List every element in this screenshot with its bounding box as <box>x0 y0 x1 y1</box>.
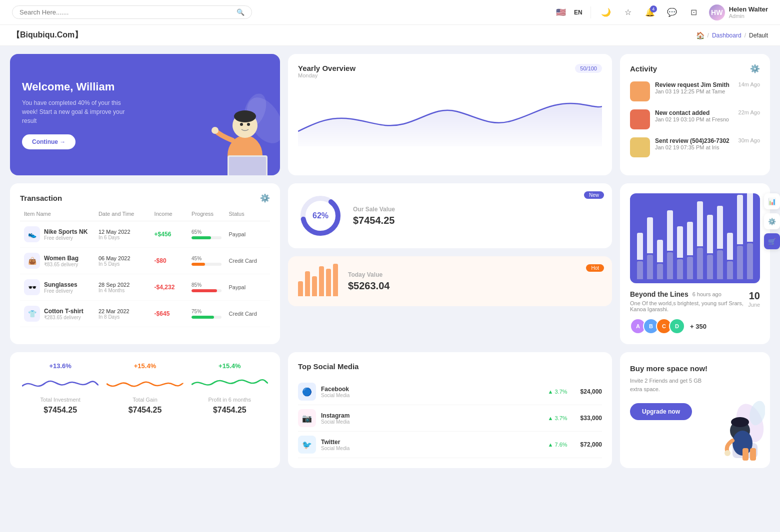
table-row-1: 👜 Women Bag ₹83.65 delivery 06 May 2022 … <box>20 248 270 274</box>
progress-fill-2 <box>192 289 217 292</box>
today-card-top: Today Value $5263.04 <box>298 266 602 296</box>
bar3 <box>312 276 317 296</box>
today-bar-chart <box>298 266 338 296</box>
col-item-name: Item Name <box>24 211 98 217</box>
breadcrumb: 🏠 / Dashboard / Default <box>696 31 768 39</box>
beyond-bar-group-1 <box>646 217 654 280</box>
beyond-bar-white-6 <box>697 201 703 246</box>
social-type-1: Social Media <box>321 419 350 425</box>
yearly-chart <box>298 86 602 146</box>
buy-space-title: Buy more space now! <box>630 364 760 373</box>
beyond-bar-group-0 <box>636 233 644 279</box>
expand-button[interactable]: ⊡ <box>687 5 701 19</box>
income-3: -$645 <box>154 310 192 317</box>
social-media-card: Top Social Media 🔵 Facebook Social Media… <box>288 352 612 468</box>
side-settings-icon[interactable]: ⚙️ <box>764 213 780 229</box>
svg-point-6 <box>247 123 250 126</box>
user-info[interactable]: HW Helen Walter Admin <box>709 4 768 20</box>
beyond-month: June <box>748 302 760 308</box>
beyond-bar-white-8 <box>717 206 723 249</box>
beyond-bar-light-4 <box>677 259 683 280</box>
income-0: +$456 <box>154 231 192 238</box>
yearly-badge: 50/100 <box>575 64 602 73</box>
side-chart-icon[interactable]: 📊 <box>764 193 780 209</box>
beyond-bar-light-8 <box>717 250 723 280</box>
bar2 <box>305 271 310 296</box>
beyond-bar-white-11 <box>747 193 753 242</box>
beyond-info: Beyond the Lines 6 hours ago One Of the … <box>630 290 748 334</box>
brand-label: 【Biqubiqu.Com】 <box>12 30 82 40</box>
social-name-1: Instagram <box>321 412 350 419</box>
social-growth-0: ▲ 3.7% <box>548 389 568 395</box>
bar5 <box>326 269 331 296</box>
progress-label-1: 45% <box>192 256 228 261</box>
gain-label: Total Gain <box>132 397 158 403</box>
svg-point-10 <box>212 127 218 134</box>
activity-item-0: Review request Jim Smith Jan 03 19 12:25… <box>630 81 760 101</box>
search-icon: 🔍 <box>236 8 244 16</box>
beyond-bar-light-10 <box>737 246 743 280</box>
activity-settings-icon[interactable]: ⚙️ <box>750 64 760 73</box>
search-input[interactable] <box>20 8 232 16</box>
activity-img-1 <box>630 109 650 129</box>
item-text-0: Nike Sports NK Free delivery <box>44 228 88 241</box>
avatars-row: A B C D <box>630 318 685 334</box>
progress-fill-0 <box>192 236 211 239</box>
progress-bar-3 <box>192 316 222 319</box>
transaction-settings-icon[interactable]: ⚙️ <box>260 193 270 203</box>
progress-bar-0 <box>192 236 222 239</box>
profit-pct: +15.4% <box>218 362 240 370</box>
item-icon-0: 👟 <box>24 226 40 242</box>
beyond-card: Beyond the Lines 6 hours ago One Of the … <box>620 183 770 344</box>
side-cart-icon[interactable]: 🛒 <box>764 233 780 249</box>
activity-time-0: 14m Ago <box>738 81 760 87</box>
breadcrumb-bar: 【Biqubiqu.Com】 🏠 / Dashboard / Default <box>0 25 780 46</box>
sale-cards: New 62% Our Sale Value $7454.25 Hot <box>288 183 612 344</box>
status-3: Credit Card <box>229 311 266 317</box>
chat-button[interactable]: 💬 <box>665 5 679 19</box>
gain-pct: +15.4% <box>134 362 156 370</box>
table-row-0: 👟 Nike Sports NK Free delivery 12 May 20… <box>20 221 270 248</box>
home-icon[interactable]: 🏠 <box>696 31 704 39</box>
beyond-time: 6 hours ago <box>692 291 722 297</box>
transaction-header: Transaction ⚙️ <box>20 193 270 203</box>
hot-badge: Hot <box>586 264 604 272</box>
svg-rect-8 <box>229 157 266 175</box>
social-title: Top Social Media <box>298 362 358 371</box>
flag-icon: 🇺🇸 <box>556 7 566 17</box>
item-sub-0: Free delivery <box>44 235 88 241</box>
social-type-2: Social Media <box>321 446 350 451</box>
buy-space-card: Buy more space now! Invite 2 Friends and… <box>620 352 770 468</box>
bar1 <box>298 281 303 296</box>
continue-button[interactable]: Continue → <box>22 134 76 149</box>
notification-button[interactable]: 🔔 4 <box>643 5 657 19</box>
activity-desc-2: Jan 02 19 07:35 PM at Iris <box>655 144 734 150</box>
gain-wave <box>106 374 183 394</box>
mini-stats-card: +13.6% Total Investment $7454.25 +15.4% … <box>10 352 280 468</box>
social-growth-2: ▲ 7.6% <box>548 442 568 448</box>
welcome-subtitle: You have completed 40% of your this week… <box>22 98 132 125</box>
social-growth-1: ▲ 3.7% <box>548 415 568 421</box>
user-name: Helen Walter <box>729 5 768 13</box>
beyond-desc: One Of the world,s brightest, young surf… <box>630 300 748 312</box>
nav-icons: 🇺🇸 EN 🌙 ☆ 🔔 4 💬 ⊡ HW Helen Walter Admin <box>556 4 768 20</box>
status-2: Paypal <box>229 284 266 290</box>
upgrade-button[interactable]: Upgrade now <box>630 403 692 420</box>
social-amount-1: $33,000 <box>580 415 602 422</box>
income-2: -$4,232 <box>154 284 192 291</box>
item-info-3: 👕 Cotton T-shirt ₹283.65 delivery <box>24 306 98 322</box>
activity-name-1: New contact added <box>655 109 734 116</box>
dark-mode-button[interactable]: 🌙 <box>599 5 613 19</box>
profit-label: Profit in 6 months <box>208 397 252 403</box>
yearly-title-group: Yearly Overview Monday <box>298 64 356 84</box>
search-bar[interactable]: 🔍 <box>12 5 252 19</box>
beyond-title: Beyond the Lines <box>630 290 688 298</box>
today-label: Today Value <box>348 271 390 278</box>
table-row-2: 🕶️ Sunglasses Free delivery 28 Sep 2022 … <box>20 274 270 301</box>
svg-rect-19 <box>750 448 756 461</box>
star-button[interactable]: ☆ <box>621 5 635 19</box>
item-icon-3: 👕 <box>24 306 40 322</box>
beyond-bar-white-0 <box>637 233 643 260</box>
activity-img-2 <box>630 137 650 157</box>
breadcrumb-dashboard[interactable]: Dashboard <box>712 32 742 39</box>
